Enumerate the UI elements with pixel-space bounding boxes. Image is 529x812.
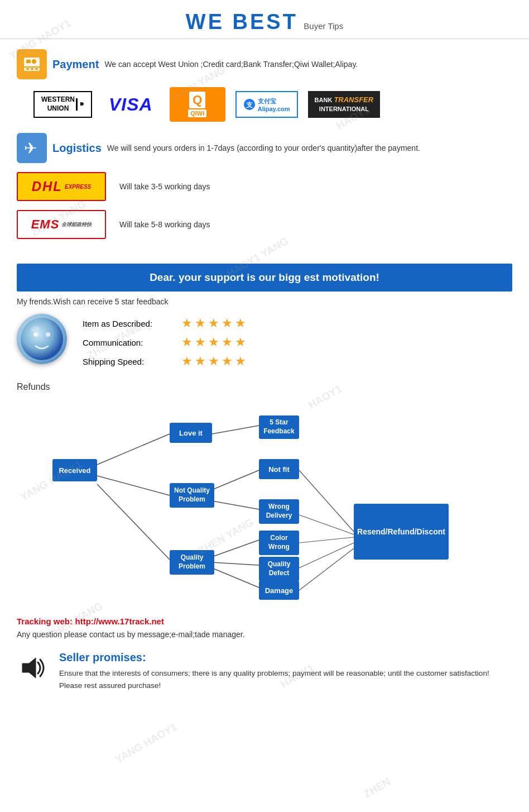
node-resend: Resend/Refund/Discont <box>354 504 449 560</box>
svg-rect-4 <box>26 68 29 70</box>
svg-line-16 <box>97 484 170 560</box>
promises-title: Seller promises: <box>59 651 512 664</box>
payment-icon <box>17 49 47 79</box>
svg-line-15 <box>97 476 170 495</box>
smiley-face <box>17 314 67 364</box>
payment-desc: We can accept West Union ;Credit card;Ba… <box>104 60 358 69</box>
node-received: Received <box>52 459 97 481</box>
stars-row-3: ★ ★ ★ ★ ★ <box>181 354 246 369</box>
tracking-url[interactable]: http://www.17track.net <box>75 617 163 626</box>
promises-section: Seller promises: Ensure that the interes… <box>0 643 529 705</box>
payment-logos-row: WESTERNUNION ⁍ VISA Q QIWI 支 支付宝Alipay.c… <box>33 87 512 122</box>
svg-line-14 <box>97 434 170 465</box>
logistics-icon: ✈ <box>17 133 47 163</box>
feedback-row-3: Shipping Speed: ★ ★ ★ ★ ★ <box>83 354 246 369</box>
node-wrong-delivery: WrongDelivery <box>259 499 299 524</box>
svg-line-20 <box>212 540 259 557</box>
stars-row-1: ★ ★ ★ ★ ★ <box>181 316 246 331</box>
node-five-star: 5 StarFeedback <box>259 415 299 439</box>
feedback-intro: My frends.Wish can receive 5 star feedba… <box>17 297 512 306</box>
logistics-title-row: ✈ Logistics We will send yours orders in… <box>17 133 512 163</box>
tracking-label: Tracking web: <box>17 617 73 626</box>
svg-rect-1 <box>26 60 31 63</box>
tracking-desc: Any question please contact us by messag… <box>17 630 512 639</box>
feedback-inner: Item as Described: ★ ★ ★ ★ ★ Communicati… <box>17 314 512 369</box>
feedback-label-2: Communication: <box>83 338 175 347</box>
feedback-row-2: Communication: ★ ★ ★ ★ ★ <box>83 335 246 350</box>
feedback-label-1: Item as Described: <box>83 319 175 328</box>
svg-line-22 <box>212 568 259 587</box>
node-quality-defect: QualityDefect <box>259 557 299 581</box>
promises-content: Seller promises: Ensure that the interes… <box>59 651 512 691</box>
svg-line-24 <box>299 515 354 534</box>
alipay-logo: 支 支付宝Alipay.com <box>235 91 298 118</box>
svg-line-25 <box>299 537 354 543</box>
node-quality-problem: QualityProblem <box>170 550 214 575</box>
promises-text: Ensure that the interests of consumers; … <box>59 667 512 691</box>
header-subtitle: Buyer Tips <box>304 21 343 31</box>
tracking-section: Tracking web: http://www.17track.net Any… <box>0 604 529 643</box>
page-header: WE BEST Buyer Tips <box>0 0 529 39</box>
feedback-section: My frends.Wish can receive 5 star feedba… <box>0 297 529 369</box>
svg-line-19 <box>212 501 259 509</box>
svg-rect-5 <box>31 68 33 70</box>
node-color-wrong: ColorWrong <box>259 531 299 555</box>
ems-days: Will take 5-8 working days <box>119 220 210 229</box>
logistics-desc: We will send yours orders in 1-7days (ac… <box>107 144 420 152</box>
payment-title-row: Payment We can accept West Union ;Credit… <box>17 49 512 79</box>
svg-rect-6 <box>35 68 38 70</box>
header-title: WE BEST <box>186 10 298 34</box>
svg-marker-28 <box>22 658 36 678</box>
node-love-it: Love it <box>170 423 212 443</box>
bank-transfer-logo: BANK TRANSFERINTERNATIONAL <box>308 91 381 118</box>
svg-rect-3 <box>24 66 40 68</box>
dhl-logo: DHL EXPRESS <box>17 172 106 201</box>
qiwi-logo: Q QIWI <box>170 87 225 122</box>
refunds-title: Refunds <box>17 382 50 391</box>
svg-line-26 <box>299 543 354 568</box>
refunds-section: Refunds <box>0 369 529 604</box>
feedback-label-3: Shipping Speed: <box>83 357 175 366</box>
ems-row: EMS 全球邮政特快 Will take 5-8 working days <box>17 210 512 239</box>
logistics-label: Logistics <box>52 142 102 155</box>
feedback-row-1: Item as Described: ★ ★ ★ ★ ★ <box>83 316 246 331</box>
svg-line-23 <box>299 470 354 532</box>
feedback-table: Item as Described: ★ ★ ★ ★ ★ Communicati… <box>83 316 246 369</box>
dhl-days: Will take 3-5 working days <box>119 182 210 191</box>
svg-text:✈: ✈ <box>24 140 37 157</box>
stars-row-2: ★ ★ ★ ★ ★ <box>181 335 246 350</box>
node-damage: Damage <box>259 581 299 600</box>
payment-svg-icon <box>22 54 42 74</box>
logistics-section: ✈ Logistics We will send yours orders in… <box>0 127 529 254</box>
svg-line-27 <box>299 548 354 590</box>
western-union-logo: WESTERNUNION ⁍ <box>33 91 92 118</box>
svg-line-21 <box>212 562 259 565</box>
svg-line-18 <box>212 470 259 490</box>
svg-text:支: 支 <box>246 101 253 109</box>
dhl-row: DHL EXPRESS Will take 3-5 working days <box>17 172 512 201</box>
tracking-row: Tracking web: http://www.17track.net <box>17 617 512 627</box>
svg-point-11 <box>33 332 38 337</box>
refunds-flowchart: Received Love it 5 StarFeedback Not Qual… <box>36 392 493 599</box>
node-not-quality: Not QualityProblem <box>170 483 214 508</box>
payment-section: Payment We can accept West Union ;Credit… <box>0 39 529 127</box>
ems-logo: EMS 全球邮政特快 <box>17 210 106 239</box>
node-not-fit: Not fit <box>259 459 299 479</box>
svg-line-17 <box>212 426 259 434</box>
svg-point-12 <box>46 332 50 337</box>
svg-point-2 <box>32 59 36 64</box>
motivation-banner: Dear. your support is our bigg est motiv… <box>17 264 512 292</box>
speaker-icon <box>17 651 50 685</box>
visa-logo: VISA <box>102 91 160 118</box>
svg-point-10 <box>21 318 63 360</box>
payment-label: Payment <box>52 58 99 71</box>
